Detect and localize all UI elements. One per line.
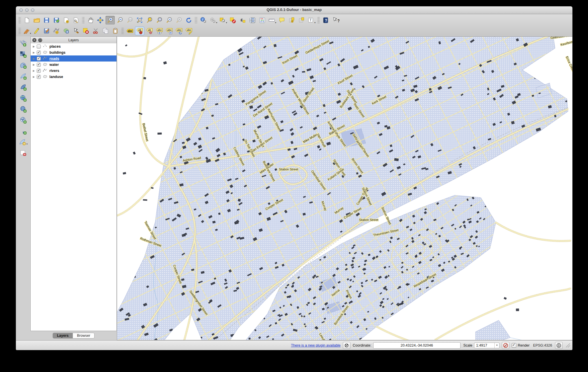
show-hide-labels-button[interactable]: abc — [155, 27, 164, 35]
expand-arrow-icon[interactable]: ▶ — [32, 51, 35, 54]
layer-labeling-button[interactable]: abc — [125, 27, 134, 35]
zoom-native-button[interactable]: 1:1 — [125, 16, 134, 25]
show-bookmarks-button[interactable] — [297, 16, 306, 25]
new-project-button[interactable] — [22, 16, 32, 25]
layer-row-rivers[interactable]: ▶rivers — [31, 68, 117, 74]
save-project-as-button[interactable] — [52, 16, 61, 25]
zoom-out-button[interactable] — [115, 16, 125, 25]
new-spatialite-layer-button[interactable]: ▼ — [18, 137, 28, 147]
abc-glyph: abc — [167, 29, 172, 31]
help-button[interactable]: ? — [321, 16, 330, 25]
zoom-last-button[interactable] — [164, 16, 174, 25]
toolbar-separator — [121, 28, 124, 34]
render-checkbox[interactable] — [512, 343, 516, 348]
zoom-to-layer-button[interactable] — [155, 16, 164, 25]
expand-arrow-icon[interactable]: ▶ — [32, 75, 35, 78]
scale-combobox[interactable]: 1:4917 ▼ — [474, 343, 500, 348]
change-label-button[interactable]: abc — [184, 27, 193, 35]
map-canvas[interactable]: Bethel StreetAshton RoadPanorama StreetD… — [117, 36, 572, 340]
move-feature-button[interactable] — [62, 27, 71, 35]
new-bookmark-button[interactable] — [287, 16, 296, 25]
layer-row-roads[interactable]: ▶roads — [31, 55, 117, 62]
text-annotation-button[interactable]: T▼ — [307, 16, 316, 25]
panel-close-icon[interactable]: ✕ — [32, 38, 36, 42]
layer-name: buildings — [49, 51, 66, 55]
crs-status-button[interactable] — [555, 342, 563, 349]
layers-tree[interactable]: ▶places▶buildings▶roads▶water▶rivers▶lan… — [30, 43, 117, 331]
toolbar-handle[interactable] — [19, 28, 21, 34]
save-project-button[interactable] — [42, 16, 51, 25]
add-wfs-layer-button[interactable] — [18, 116, 28, 125]
add-mssql-layer-button[interactable] — [18, 83, 28, 92]
zoom-to-selection-button[interactable] — [145, 16, 154, 25]
delete-selected-button[interactable] — [81, 27, 90, 35]
refresh-map-button[interactable] — [184, 16, 193, 25]
layer-visibility-checkbox[interactable] — [37, 44, 41, 49]
select-by-expression-button[interactable]: ε — [238, 16, 247, 25]
map-svg[interactable]: Bethel StreetAshton RoadPanorama StreetD… — [117, 37, 572, 340]
add-vector-layer-button[interactable] — [18, 39, 28, 48]
plugin-icon[interactable] — [343, 342, 350, 349]
field-calculator-button[interactable] — [258, 16, 267, 25]
composer-manager-button[interactable] — [71, 16, 81, 25]
layer-visibility-checkbox[interactable] — [37, 51, 41, 55]
layer-visibility-checkbox[interactable] — [37, 63, 41, 67]
layer-row-places[interactable]: ▶places — [31, 43, 117, 49]
plugin-available-link[interactable]: There is a new plugin available — [291, 343, 341, 347]
toolbar-handle[interactable] — [19, 17, 21, 23]
add-postgis-layer-button[interactable] — [18, 61, 28, 70]
layer-visibility-checkbox[interactable] — [37, 75, 41, 79]
title-bar[interactable]: QGIS 2.0.1-Dufour - basic_map — [16, 6, 572, 14]
pan-map-button[interactable] — [86, 16, 95, 25]
deselect-features-button[interactable] — [228, 16, 237, 25]
tab-browser[interactable]: Browser — [73, 333, 95, 338]
save-layer-edits-button[interactable] — [42, 27, 51, 35]
coordinate-input[interactable]: 20.43224,-34.02046 — [373, 342, 461, 349]
measure-button[interactable]: ▼ — [267, 16, 277, 25]
open-attribute-table-button[interactable] — [248, 16, 257, 25]
panel-detach-icon[interactable]: ❐ — [38, 38, 42, 42]
stop-render-button[interactable] — [502, 342, 509, 349]
expand-arrow-icon[interactable]: ▶ — [32, 57, 35, 60]
cut-features-button[interactable] — [91, 27, 100, 35]
layer-row-buildings[interactable]: ▶buildings — [31, 49, 117, 55]
layers-panel-titlebar[interactable]: ✕ ❐ Layers — [30, 36, 117, 44]
zoom-full-button[interactable] — [135, 16, 144, 25]
remove-layer-button[interactable] — [18, 148, 28, 158]
scale-dropdown-arrow[interactable]: ▼ — [494, 343, 499, 348]
pin-labels-button[interactable]: ab — [135, 27, 144, 35]
add-delimited-text-layer-button[interactable]: , — [18, 127, 28, 136]
open-project-button[interactable] — [32, 16, 41, 25]
expand-arrow-icon[interactable]: ▶ — [32, 63, 35, 66]
select-features-button[interactable]: ▼ — [218, 16, 228, 25]
zoom-in-button[interactable] — [106, 16, 115, 25]
add-feature-button[interactable] — [52, 27, 61, 35]
layer-visibility-checkbox[interactable] — [37, 57, 41, 61]
zoom-next-button[interactable] — [174, 16, 184, 25]
add-spatialite-layer-button[interactable] — [18, 72, 28, 81]
toggle-editing-button[interactable] — [32, 27, 41, 35]
layer-row-landuse[interactable]: ▶landuse — [31, 74, 117, 80]
map-tips-button[interactable] — [277, 16, 286, 25]
add-wcs-layer-button[interactable] — [18, 105, 28, 114]
rotate-label-button[interactable]: abc — [174, 27, 184, 35]
paste-features-button[interactable] — [111, 27, 120, 35]
new-print-composer-button[interactable] — [62, 16, 71, 25]
pan-to-selection-button[interactable] — [96, 16, 105, 25]
add-wms-layer-button[interactable] — [18, 94, 28, 103]
whats-this-button[interactable]: ? — [331, 16, 340, 25]
layer-row-water[interactable]: ▶water — [31, 62, 117, 68]
add-raster-layer-button[interactable] — [18, 50, 28, 59]
expand-arrow-icon[interactable]: ▶ — [32, 69, 35, 72]
layer-visibility-checkbox[interactable] — [37, 69, 41, 73]
move-label-button[interactable]: abc — [164, 27, 174, 35]
node-tool-button[interactable] — [71, 27, 81, 35]
tab-layers[interactable]: Layers — [53, 333, 73, 338]
current-edits-button[interactable]: ▼ — [22, 27, 32, 35]
run-feature-action-button[interactable]: ▼ — [208, 16, 218, 25]
expand-arrow-icon[interactable]: ▶ — [32, 45, 35, 48]
identify-features-button[interactable]: i — [199, 16, 208, 25]
highlight-pinned-labels-button[interactable]: ab — [145, 27, 154, 35]
resize-grip[interactable] — [566, 343, 570, 347]
copy-features-button[interactable] — [101, 27, 110, 35]
